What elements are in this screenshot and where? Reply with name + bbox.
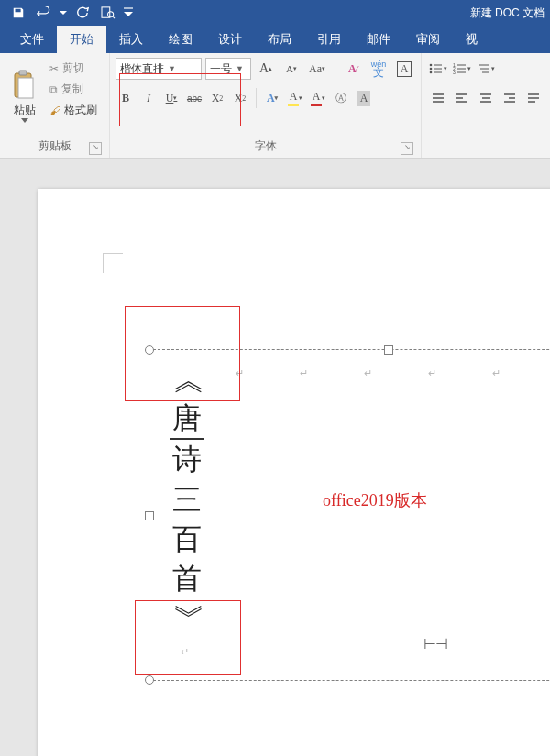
underline-button[interactable]: U▾ [161,88,182,108]
svg-point-7 [430,71,433,74]
change-case-button[interactable]: Aa▾ [306,58,328,80]
font-color-button[interactable]: A▾ [308,88,328,108]
qat-redo-button[interactable] [70,0,95,26]
scissors-icon: ✂ [50,62,59,75]
tab-references[interactable]: 引用 [304,26,354,53]
font-name-combo[interactable]: 楷体直排▼ [116,58,202,80]
paste-button[interactable]: 粘贴 [14,103,36,118]
align-justify-button[interactable] [522,87,544,109]
qat-undo-button[interactable] [31,0,57,26]
resize-handle[interactable] [145,511,154,520]
bullets-button[interactable]: ▾ [427,58,449,80]
chevron-down-icon: ▼ [236,64,244,73]
document-title: 新建 DOC 文档 [470,0,544,26]
text-box[interactable]: 《 唐 诗 三 百 首 》 ↵ ⊢⊣ [148,349,550,681]
svg-rect-4 [18,78,33,98]
tab-layout[interactable]: 布局 [255,26,304,53]
margin-crop-mark [103,253,123,273]
align-right-button[interactable] [499,87,521,109]
vertical-text[interactable]: 《 唐 诗 三 百 首 》 [170,359,204,638]
strike-button[interactable]: abc [184,88,204,108]
paste-icon[interactable] [12,70,38,101]
clipboard-launcher[interactable]: ↘ [89,142,102,155]
svg-point-5 [430,64,433,67]
tab-insert[interactable]: 插入 [106,26,156,53]
copy-button[interactable]: ⧉ 复制 [50,82,97,97]
superscript-button[interactable]: X2 [230,88,250,108]
tab-draw[interactable]: 绘图 [156,26,205,53]
svg-text:3: 3 [453,70,456,75]
font-launcher[interactable]: ↘ [401,142,413,155]
font-size-combo[interactable]: 一号▼ [205,58,251,80]
resize-handle[interactable] [384,345,393,355]
tab-design[interactable]: 设计 [205,26,255,53]
separator [256,88,257,108]
brush-icon: 🖌 [50,104,60,117]
svg-point-6 [430,68,433,71]
annotation-text: office2019版本 [323,489,427,511]
document-page[interactable]: ↵ ↵ ↵ ↵ ↵ 《 唐 诗 三 百 首 》 [38,189,550,756]
multilevel-button[interactable]: ▾ [475,58,497,80]
paragraph-mark: ↵ [181,646,189,658]
tab-home[interactable]: 开始 [57,26,106,53]
highlight-button[interactable]: A▾ [285,88,305,108]
grow-font-button[interactable]: A▴ [255,58,277,80]
copy-icon: ⧉ [50,83,58,96]
tab-view[interactable]: 视 [453,26,490,53]
phonetic-guide-button[interactable]: wén文 [368,58,390,80]
resize-handle[interactable] [145,675,154,685]
resize-handle[interactable] [145,345,154,355]
tab-file[interactable]: 文件 [7,26,57,53]
clipboard-group-label: 剪贴板 [38,139,72,152]
svg-rect-3 [19,71,27,75]
align-left-button[interactable] [451,87,473,109]
text-effects-button[interactable]: A▾ [262,88,282,108]
char-border-button[interactable]: A [393,58,415,80]
svg-point-1 [108,12,114,17]
format-painter-button[interactable]: 🖌 格式刷 [50,103,97,118]
cut-button[interactable]: ✂ 剪切 [50,60,97,76]
shrink-font-button[interactable]: A▾ [280,58,302,80]
paste-dropdown[interactable] [21,118,28,124]
cursor-ibeam: ⊢⊣ [424,635,447,652]
qat-save-button[interactable] [6,0,31,26]
enclose-char-button[interactable]: Ⓐ [331,88,351,108]
char-shading-button[interactable]: A [354,88,374,108]
font-group-label: 字体 [255,139,277,152]
chevron-down-icon: ▼ [168,64,176,73]
align-distributed-button[interactable] [427,87,449,109]
subscript-button[interactable]: X2 [207,88,227,108]
clear-format-button[interactable]: A⁄ [342,58,364,80]
separator [335,59,336,79]
bold-button[interactable]: B [116,88,136,108]
tab-mailings[interactable]: 邮件 [354,26,403,53]
qat-preview-button[interactable] [95,0,121,26]
qat-customize-button[interactable] [121,0,136,26]
italic-button[interactable]: I [138,88,159,108]
qat-undo-more[interactable] [57,0,70,26]
tab-review[interactable]: 审阅 [403,26,453,53]
align-center-button[interactable] [475,87,497,109]
numbering-button[interactable]: 123▾ [451,58,473,80]
